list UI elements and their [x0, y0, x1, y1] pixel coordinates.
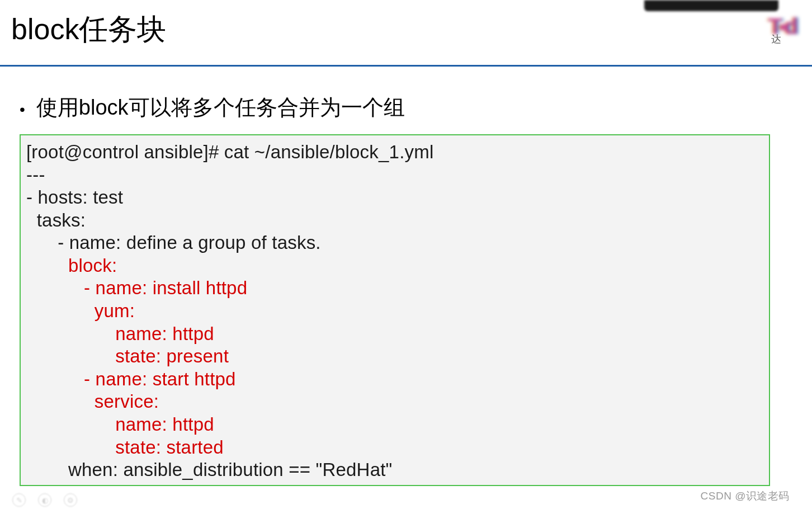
bullet-text: 使用block可以将多个任务合并为一个组: [36, 93, 405, 122]
code-line: ---: [26, 164, 45, 185]
top-black-bar: [644, 0, 778, 11]
code-line-red: block:: [26, 255, 117, 276]
gear-icon: ⚙: [64, 493, 77, 507]
bullet-item: • 使用block可以将多个任务合并为一个组: [20, 93, 812, 122]
pencil-icon: ✎: [12, 493, 26, 507]
code-line-red: - name: install httpd: [26, 277, 247, 298]
code-line-red: - name: start httpd: [26, 369, 236, 389]
corner-text: 达: [771, 32, 781, 46]
code-line-red: service:: [26, 391, 159, 412]
code-line-red: name: httpd: [26, 323, 214, 344]
code-line: when: ansible_distribution == "RedHat": [26, 459, 393, 480]
code-line: tasks:: [26, 210, 86, 230]
code-line-red: state: present: [26, 346, 229, 366]
code-line: - name: define a group of tasks.: [26, 232, 321, 253]
code-line-red: state: started: [26, 437, 224, 458]
code-line-red: name: httpd: [26, 414, 214, 435]
code-line-red: yum:: [26, 300, 135, 321]
code-block: [root@control ansible]# cat ~/ansible/bl…: [20, 134, 770, 486]
circle-icon: ◐: [38, 493, 51, 507]
content-area: • 使用block可以将多个任务合并为一个组 [root@control ans…: [0, 67, 812, 486]
watermark: CSDN @识途老码: [701, 489, 790, 503]
code-line: [root@control ansible]# cat ~/ansible/bl…: [26, 142, 433, 162]
code-line: - hosts: test: [26, 187, 123, 208]
bullet-dot-icon: •: [20, 102, 25, 117]
bottom-icon-row: ✎ ◐ ⚙: [12, 493, 77, 507]
